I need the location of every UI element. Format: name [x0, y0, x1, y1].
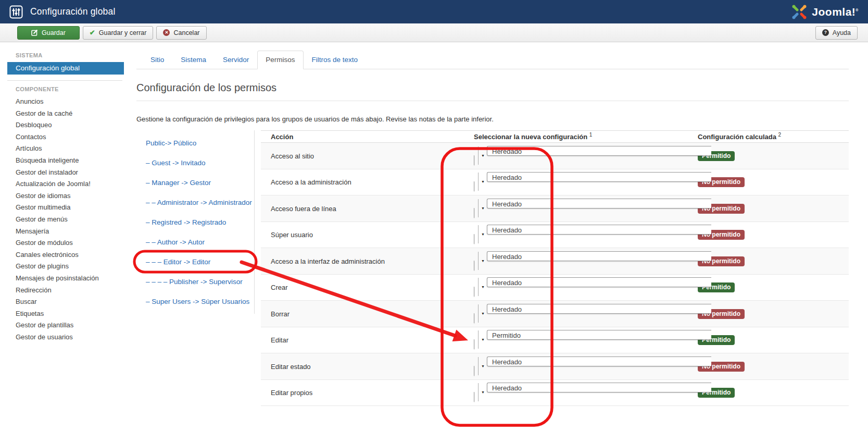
sidebar-item-label: Gestor multimedia — [16, 203, 70, 211]
group-link-editor-editor[interactable]: – – – Editor -> Editor — [146, 258, 210, 266]
toolbar: Guardar ✔ Guardar y cerrar ✕ Cancelar ? … — [0, 23, 868, 42]
group-link-manager-gestor[interactable]: – Manager -> Gestor — [146, 179, 211, 187]
permission-select-acceso-fuera-de-linea[interactable]: Heredado — [487, 200, 711, 208]
sidebar-item-gestor-de-usuarios[interactable]: Gestor de usuarios — [0, 331, 133, 343]
permission-select-editar-propios[interactable]: Heredado — [487, 384, 711, 392]
tab-sistema[interactable]: Sistema — [172, 51, 215, 69]
sidebar-item-gestor-de-idiomas[interactable]: Gestor de idiomas — [0, 190, 133, 202]
sidebar-item-label: Gestor de usuarios — [16, 333, 73, 341]
permissions-table: Acción Seleccionar la nueva configuració… — [255, 130, 849, 406]
sidebar-item-contactos[interactable]: Contactos — [0, 131, 133, 143]
sidebar: SISTEMA Configuración global COMPONENTE … — [0, 42, 133, 429]
group-link-public-publico[interactable]: Public-> Público — [146, 139, 196, 147]
sidebar-item-label: Desbloqueo — [16, 121, 52, 129]
group-item: – – – Editor -> Editor — [146, 252, 254, 272]
sidebar-item-articulos[interactable]: Artículos — [0, 143, 133, 155]
permission-row-editar: Editar Permitido ▼ Permitido — [261, 327, 849, 354]
group-item: Public-> Público — [146, 133, 254, 153]
permission-select-acceso-a-la-interfaz-de-administracion[interactable]: Heredado — [487, 253, 711, 261]
group-link-registred-registrado[interactable]: – Registred -> Registrado — [146, 218, 226, 226]
permission-select-editar-estado[interactable]: Heredado — [487, 358, 711, 366]
sidebar-item-label: Artículos — [16, 144, 42, 152]
permission-row-acceso-a-la-administracion: Acceso a la administración Heredado ▼ No… — [261, 169, 849, 196]
tab-sitio[interactable]: Sitio — [142, 51, 172, 69]
select-dropdown-arrow-icon: ▼ — [478, 278, 487, 296]
sidebar-heading-system: SISTEMA — [16, 52, 133, 58]
sidebar-item-label: Gestor de plugins — [16, 262, 69, 270]
check-icon: ✔ — [90, 29, 95, 36]
permission-select-crear[interactable]: Heredado — [487, 279, 711, 287]
sidebar-item-buscar[interactable]: Buscar — [0, 296, 133, 308]
main-panel: SitioSistemaServidorPermisosFiltros de t… — [133, 42, 868, 429]
sidebar-item-actualizacion-de-joomla[interactable]: Actualización de Joomla! — [0, 178, 133, 190]
sidebar-item-label: Gestor de la caché — [16, 109, 72, 117]
content-area: SISTEMA Configuración global COMPONENTE … — [0, 42, 868, 429]
permissions-rows: Acceso al sitio Heredado ▼ Permitido Acc… — [261, 143, 849, 406]
question-mark-icon: ? — [822, 29, 829, 36]
sidebar-item-anuncios[interactable]: Anuncios — [0, 96, 133, 108]
permission-select-editar[interactable]: Permitido — [487, 331, 711, 339]
sidebar-item-gestor-de-la-cache[interactable]: Gestor de la caché — [0, 108, 133, 120]
group-item: – Registred -> Registrado — [146, 212, 254, 232]
group-link-administrator-administrador[interactable]: – – Administrator -> Administrador — [146, 199, 252, 206]
sidebar-item-mensajeria[interactable]: Mensajería — [0, 226, 133, 238]
sidebar-item-label: Mensajes de posinstalación — [16, 274, 99, 282]
sidebar-item-busqueda-inteligente[interactable]: Búsqueda inteligente — [0, 155, 133, 167]
action-label: Editar estado — [271, 363, 311, 371]
tab-permisos[interactable]: Permisos — [257, 51, 303, 69]
sidebar-item-label: Mensajería — [16, 227, 49, 235]
group-item: – Manager -> Gestor — [146, 173, 254, 192]
permission-row-acceso-al-sitio: Acceso al sitio Heredado ▼ Permitido — [261, 143, 849, 169]
permission-row-crear: Crear Heredado ▼ Permitido — [261, 275, 849, 301]
sidebar-item-label: Gestor de plantillas — [16, 321, 73, 329]
sidebar-item-label: Anuncios — [16, 97, 43, 105]
joomla-brand-text: Joomla!® — [812, 6, 859, 18]
sidebar-item-configuracion-global[interactable]: Configuración global — [7, 62, 124, 75]
permission-row-editar-estado: Editar estado Heredado ▼ No permitido — [261, 353, 849, 380]
sidebar-item-label: Redirección — [16, 286, 52, 294]
permission-select-super-usuario[interactable]: Heredado — [487, 226, 711, 234]
permission-select-acceso-a-la-administracion[interactable]: Heredado — [487, 174, 711, 181]
sidebar-item-gestor-de-plantillas[interactable]: Gestor de plantillas — [0, 320, 133, 331]
sidebar-item-etiquetas[interactable]: Etiquetas — [0, 308, 133, 320]
permission-select-borrar[interactable]: Heredado — [487, 305, 711, 313]
global-configuration-page: Configuración global Joomla!® Guardar — [0, 0, 868, 430]
group-link-super-users-super-usuarios[interactable]: – Super Users -> Súper Usuarios — [146, 298, 249, 305]
group-link-publisher-supervisor[interactable]: – – – – Publisher -> Supervisor — [146, 278, 243, 286]
tab-servidor[interactable]: Servidor — [215, 51, 257, 69]
column-header-calculated: Configuración calculada 2 — [698, 132, 849, 141]
sidebar-item-gestor-del-instalador[interactable]: Gestor del instalador — [0, 167, 133, 179]
sidebar-item-label: Canales electrónicos — [16, 251, 79, 259]
sidebar-item-gestor-de-menus[interactable]: Gestor de menús — [0, 214, 133, 226]
sidebar-item-redireccion[interactable]: Redirección — [0, 285, 133, 297]
sidebar-item-gestor-multimedia[interactable]: Gestor multimedia — [0, 202, 133, 214]
tab-filtros-de-texto[interactable]: Filtros de texto — [304, 51, 367, 69]
sidebar-item-label: Buscar — [16, 298, 36, 305]
sidebar-item-gestor-de-modulos[interactable]: Gestor de módulos — [0, 237, 133, 249]
save-button[interactable]: Guardar — [17, 26, 80, 40]
group-link-author-autor[interactable]: – – Author -> Autor — [146, 238, 205, 246]
permissions-heading: Configuración de los permisos — [136, 82, 849, 101]
select-dropdown-arrow-icon: ▼ — [478, 199, 487, 217]
sidebar-divider — [7, 80, 122, 81]
save-and-close-button[interactable]: ✔ Guardar y cerrar — [83, 26, 154, 40]
permission-select-acceso-al-sitio[interactable]: Heredado — [487, 148, 711, 155]
permissions-table-header: Acción Seleccionar la nueva configuració… — [261, 130, 849, 143]
action-label: Editar — [271, 336, 288, 344]
permission-row-acceso-a-la-interfaz-de-administracion: Acceso a la interfaz de administración H… — [261, 248, 849, 275]
sidebar-item-label: Gestor del instalador — [16, 168, 78, 176]
sidebar-item-label: Contactos — [16, 133, 46, 141]
group-link-guest-invitado[interactable]: – Guest -> Invitado — [146, 159, 205, 167]
cancel-button[interactable]: ✕ Cancelar — [156, 26, 206, 40]
group-item: – – Administrator -> Administrador — [146, 192, 254, 212]
sidebar-item-gestor-de-plugins[interactable]: Gestor de plugins — [0, 261, 133, 273]
select-dropdown-arrow-icon: ▼ — [478, 357, 487, 375]
sidebar-item-canales-electronicos[interactable]: Canales electrónicos — [0, 249, 133, 261]
group-item: – – – – Publisher -> Supervisor — [146, 272, 254, 291]
help-button[interactable]: ? Ayuda — [815, 26, 858, 40]
sidebar-item-mensajes-de-posinstalacion[interactable]: Mensajes de posinstalación — [0, 273, 133, 285]
permission-row-acceso-fuera-de-linea: Acceso fuera de línea Heredado ▼ No perm… — [261, 195, 849, 222]
sidebar-item-desbloqueo[interactable]: Desbloqueo — [0, 119, 133, 131]
permission-row-borrar: Borrar Heredado ▼ No permitido — [261, 301, 849, 327]
cancel-x-icon: ✕ — [163, 29, 170, 36]
